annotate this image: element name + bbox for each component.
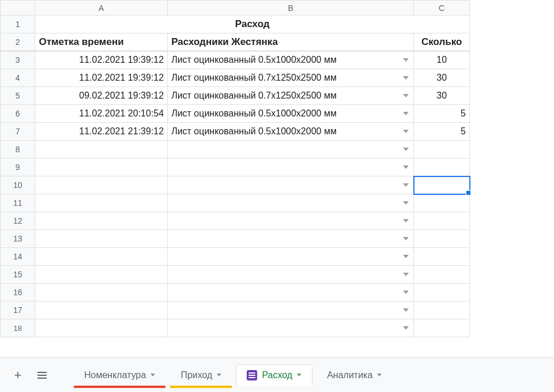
dropdown-icon[interactable] [403,291,409,294]
grid: A B C 1 Расход 2 Отметка времени Расходн… [0,0,470,337]
cell-B10[interactable] [168,176,414,194]
row-header-17[interactable]: 17 [1,301,35,319]
cell-A13[interactable] [35,230,168,248]
cell-C11[interactable] [414,194,470,212]
cell-A9[interactable] [35,159,168,176]
row-header-2[interactable]: 2 [1,33,35,51]
cell-B9[interactable] [168,159,414,176]
cell-B3[interactable]: Лист оцинкованный 0.5х1000х2000 мм [168,51,414,69]
cell-C2[interactable]: Сколько [414,33,470,51]
col-header-C[interactable]: C [414,1,470,16]
row-header-7[interactable]: 7 [1,123,35,141]
cell-A11[interactable] [35,194,168,212]
cell-A3[interactable]: 11.02.2021 19:39:12 [35,51,168,69]
row-header-4[interactable]: 4 [1,69,35,87]
dropdown-icon[interactable] [403,273,409,276]
cell-C8[interactable] [414,141,470,159]
tab-nomenclature[interactable]: Номенклатура [74,365,165,386]
cell-A17[interactable] [35,301,168,319]
tab-income[interactable]: Приход [170,365,232,386]
dropdown-icon[interactable] [403,130,409,133]
dropdown-icon[interactable] [403,112,409,115]
cell-B6[interactable]: Лист оцинкованный 0.5х1000х2000 мм [168,105,414,123]
cell-A14[interactable] [35,248,168,266]
cell-B14[interactable] [168,248,414,266]
hamburger-icon [37,372,47,379]
cell-C17[interactable] [414,301,470,319]
row-header-16[interactable]: 16 [1,284,35,301]
cell-B16[interactable] [168,284,414,301]
cell-A5[interactable]: 09.02.2021 19:39:12 [35,87,168,105]
row-header-9[interactable]: 9 [1,159,35,176]
row-header-8[interactable]: 8 [1,141,35,159]
dropdown-icon[interactable] [403,308,409,312]
cell-C7[interactable]: 5 [414,123,470,141]
cell-C13[interactable] [414,230,470,248]
dropdown-icon[interactable] [403,255,409,258]
dropdown-icon[interactable] [403,94,409,97]
cell-C3[interactable]: 10 [414,51,470,69]
cell-C10-selected[interactable] [414,176,470,194]
cell-A2[interactable]: Отметка времени [35,33,168,51]
cell-C15[interactable] [414,266,470,284]
cell-C18[interactable] [414,319,470,337]
cell-B7[interactable]: Лист оцинкованный 0.5х1000х2000 мм [168,123,414,141]
cell-B8[interactable] [168,141,414,159]
cell-B12[interactable] [168,212,414,230]
cell-A15[interactable] [35,266,168,284]
row-header-11[interactable]: 11 [1,194,35,212]
add-sheet-button[interactable]: + [8,365,28,385]
cell-A7[interactable]: 11.02.2021 21:39:12 [35,123,168,141]
cell-A6[interactable]: 11.02.2021 20:10:54 [35,105,168,123]
col-header-B[interactable]: B [168,1,414,16]
cell-C12[interactable] [414,212,470,230]
row-header-10[interactable]: 10 [1,176,35,194]
row-header-5[interactable]: 5 [1,87,35,105]
cell-B13[interactable] [168,230,414,248]
row-header-15[interactable]: 15 [1,266,35,284]
tab-expense[interactable]: Расход [236,365,312,386]
select-all-corner[interactable] [1,1,35,16]
cell-C6[interactable]: 5 [414,105,470,123]
cell-C9[interactable] [414,159,470,176]
row-header-6[interactable]: 6 [1,105,35,123]
dropdown-icon[interactable] [403,219,409,223]
col-header-A[interactable]: A [35,1,168,16]
cell-C5[interactable]: 30 [414,87,470,105]
cell-C14[interactable] [414,248,470,266]
chevron-down-icon [297,374,302,376]
tab-label: Приход [180,370,212,380]
cell-A4[interactable]: 11.02.2021 19:39:12 [35,69,168,87]
cell-A12[interactable] [35,212,168,230]
dropdown-icon[interactable] [403,237,409,240]
cell-A18[interactable] [35,319,168,337]
tab-analytics[interactable]: Аналитика [316,365,392,386]
dropdown-icon[interactable] [403,183,409,187]
cell-A8[interactable] [35,141,168,159]
cell-B11[interactable] [168,194,414,212]
cell-B4[interactable]: Лист оцинкованный 0.7х1250х2500 мм [168,69,414,87]
cell-A10[interactable] [35,176,168,194]
cell-B5[interactable]: Лист оцинкованный 0.7х1250х2500 мм [168,87,414,105]
row-header-3[interactable]: 3 [1,51,35,69]
row-header-18[interactable]: 18 [1,319,35,337]
sheet-title-cell[interactable]: Расход [35,16,470,33]
dropdown-icon[interactable] [403,58,409,62]
row-header-13[interactable]: 13 [1,230,35,248]
cell-B15[interactable] [168,266,414,284]
dropdown-icon[interactable] [403,165,409,169]
row-header-14[interactable]: 14 [1,248,35,266]
dropdown-icon[interactable] [403,148,409,151]
cell-B18[interactable] [168,319,414,337]
dropdown-icon[interactable] [403,76,409,80]
row-header-12[interactable]: 12 [1,212,35,230]
cell-B17[interactable] [168,301,414,319]
cell-C4[interactable]: 30 [414,69,470,87]
all-sheets-button[interactable] [32,365,52,385]
row-header-1[interactable]: 1 [1,16,35,33]
cell-B2[interactable]: Расходники Жестянка [168,33,414,51]
dropdown-icon[interactable] [403,201,409,205]
dropdown-icon[interactable] [403,326,409,330]
cell-A16[interactable] [35,284,168,301]
cell-C16[interactable] [414,284,470,301]
